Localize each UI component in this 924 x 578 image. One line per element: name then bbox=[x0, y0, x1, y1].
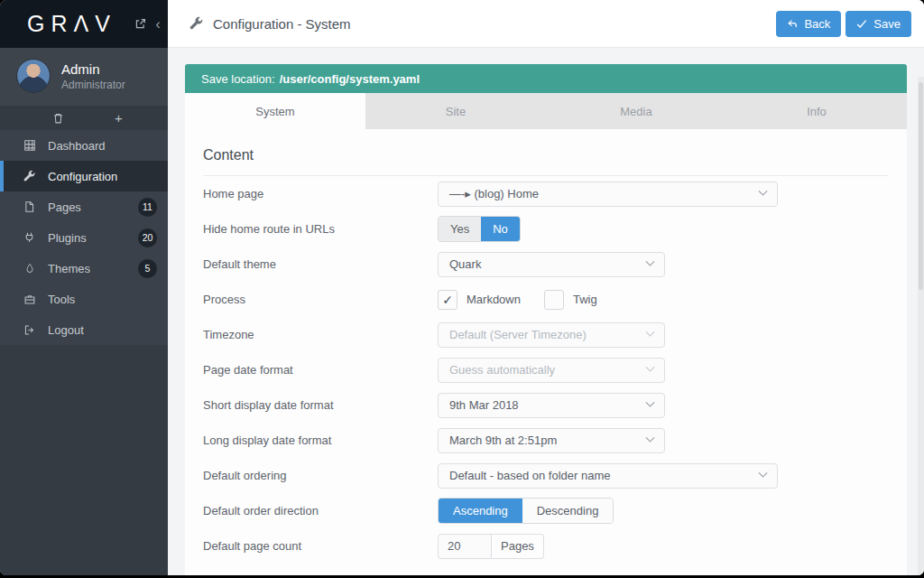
sidebar-item-logout[interactable]: Logout bbox=[0, 314, 168, 345]
field-label: Home page bbox=[203, 187, 438, 200]
logo-bar: GRΛV ‹ bbox=[0, 0, 168, 48]
hide-home-route-toggle: Yes No bbox=[438, 216, 521, 242]
field-label: Hide home route in URLs bbox=[203, 222, 438, 236]
form-row-default-theme: Default theme Quark bbox=[203, 247, 889, 282]
form-row-timezone: Timezone Default (Server Timezone) bbox=[203, 317, 889, 352]
collapse-sidebar-icon[interactable]: ‹ bbox=[155, 16, 161, 32]
field-label: Timezone bbox=[203, 328, 438, 341]
form-row-process: Process ✓ Markdown Twig bbox=[203, 282, 889, 317]
avatar[interactable] bbox=[16, 59, 51, 93]
user-panel: Admin Administrator bbox=[0, 48, 168, 106]
field-label: Short display date format bbox=[203, 398, 438, 412]
sidebar-filler bbox=[0, 345, 168, 575]
field-label: Default theme bbox=[203, 257, 438, 271]
toggle-option-yes[interactable]: Yes bbox=[439, 217, 481, 241]
tab-info[interactable]: Info bbox=[726, 93, 907, 129]
field-label: Page date format bbox=[203, 363, 438, 377]
chevron-down-icon bbox=[646, 398, 655, 407]
page-count-input[interactable] bbox=[438, 534, 492, 559]
short-date-format-select[interactable]: 9th Mar 2018 bbox=[438, 393, 665, 418]
user-name: Admin bbox=[61, 61, 125, 77]
topbar: Configuration - System Back Save bbox=[168, 0, 924, 48]
toggle-option-ascending[interactable]: Ascending bbox=[439, 499, 522, 523]
form-row-page-count: Default page count Pages bbox=[203, 528, 889, 564]
vertical-scrollbar[interactable] bbox=[918, 77, 924, 575]
sidebar: GRΛV ‹ Admin Administrator + bbox=[0, 0, 168, 575]
save-button[interactable]: Save bbox=[845, 11, 911, 37]
default-ordering-select[interactable]: Default - based on folder name bbox=[438, 463, 778, 489]
external-link-icon[interactable] bbox=[134, 18, 146, 30]
section-title: Content bbox=[203, 140, 889, 176]
checkbox-checked-icon: ✓ bbox=[438, 290, 457, 310]
system-form: Content Home page —-▸ (blog) Home bbox=[185, 129, 907, 575]
main-area: Configuration - System Back Save Save lo… bbox=[168, 0, 924, 575]
markdown-checkbox[interactable]: ✓ Markdown bbox=[438, 290, 521, 310]
dashboard-grid-icon bbox=[23, 139, 36, 153]
plug-icon bbox=[23, 231, 36, 245]
toggle-option-descending[interactable]: Descending bbox=[522, 499, 614, 523]
sidebar-item-dashboard[interactable]: Dashboard bbox=[0, 130, 168, 161]
page-file-icon bbox=[23, 200, 36, 214]
field-label: Default ordering bbox=[203, 469, 438, 482]
droplet-icon bbox=[23, 262, 36, 275]
form-row-home-page: Home page —-▸ (blog) Home bbox=[203, 176, 889, 211]
sidebar-item-pages[interactable]: Pages 11 bbox=[0, 191, 168, 222]
grav-logo[interactable]: GRΛV bbox=[27, 11, 134, 37]
logout-icon bbox=[23, 323, 36, 337]
content-area: Save location: /user/config/system.yaml … bbox=[168, 48, 924, 575]
trash-icon[interactable] bbox=[52, 112, 64, 125]
save-location-banner: Save location: /user/config/system.yaml bbox=[185, 64, 907, 93]
chevron-down-icon bbox=[759, 187, 768, 196]
form-row-short-date-format: Short display date format 9th Mar 2018 bbox=[203, 387, 889, 423]
tab-media[interactable]: Media bbox=[546, 93, 726, 129]
title-wrench-icon bbox=[189, 16, 204, 31]
pages-count-badge: 11 bbox=[138, 198, 157, 217]
timezone-select[interactable]: Default (Server Timezone) bbox=[438, 322, 665, 348]
default-theme-select[interactable]: Quark bbox=[438, 252, 665, 277]
plugins-count-badge: 20 bbox=[138, 228, 157, 247]
home-page-select[interactable]: —-▸ (blog) Home bbox=[438, 182, 778, 207]
app-window: GRΛV ‹ Admin Administrator + bbox=[0, 0, 924, 575]
form-row-page-date-format: Page date format Guess automatically bbox=[203, 352, 889, 387]
scrollbar-thumb[interactable] bbox=[919, 82, 923, 290]
form-row-default-ordering: Default ordering Default - based on fold… bbox=[203, 458, 889, 493]
briefcase-icon bbox=[23, 293, 36, 306]
page-title: Configuration - System bbox=[213, 16, 351, 32]
long-date-format-select[interactable]: March 9th at 2:51pm bbox=[438, 428, 665, 453]
sidebar-item-themes[interactable]: Themes 5 bbox=[0, 253, 168, 284]
add-icon[interactable]: + bbox=[115, 111, 123, 125]
form-row-partial bbox=[203, 570, 889, 575]
field-label: Long display date format bbox=[203, 434, 438, 447]
chevron-down-icon bbox=[646, 434, 655, 443]
field-label: Default order direction bbox=[203, 504, 438, 517]
field-label: Process bbox=[203, 293, 438, 306]
sidebar-item-plugins[interactable]: Plugins 20 bbox=[0, 222, 168, 253]
order-direction-toggle: Ascending Descending bbox=[438, 498, 614, 524]
chevron-down-icon bbox=[646, 328, 655, 337]
sidebar-menu: Dashboard Configuration Pages 11 Plugin bbox=[0, 130, 168, 345]
twig-checkbox[interactable]: Twig bbox=[544, 290, 597, 310]
user-actions-row: + bbox=[0, 106, 168, 130]
form-row-order-direction: Default order direction Ascending Descen… bbox=[203, 493, 889, 528]
user-role: Administrator bbox=[61, 79, 125, 91]
config-tabs: System Site Media Info bbox=[185, 93, 907, 129]
chevron-down-icon bbox=[759, 469, 768, 478]
back-button[interactable]: Back bbox=[776, 11, 841, 37]
sidebar-item-configuration[interactable]: Configuration bbox=[0, 161, 168, 191]
form-row-long-date-format: Long display date format March 9th at 2:… bbox=[203, 423, 889, 458]
tab-site[interactable]: Site bbox=[365, 93, 546, 129]
toggle-option-no[interactable]: No bbox=[481, 217, 520, 241]
field-label: Default page count bbox=[203, 539, 438, 553]
chevron-down-icon bbox=[646, 363, 655, 372]
page-count-addon: Pages bbox=[492, 534, 544, 559]
page-date-format-select[interactable]: Guess automatically bbox=[438, 358, 665, 383]
checkbox-unchecked-icon bbox=[544, 290, 564, 310]
themes-count-badge: 5 bbox=[138, 259, 157, 278]
wrench-icon bbox=[23, 170, 36, 183]
chevron-down-icon bbox=[646, 257, 655, 266]
save-location-path: /user/config/system.yaml bbox=[280, 72, 420, 86]
sidebar-item-tools[interactable]: Tools bbox=[0, 284, 168, 314]
form-row-hide-home-route: Hide home route in URLs Yes No bbox=[203, 211, 889, 247]
tab-system[interactable]: System bbox=[185, 93, 365, 129]
